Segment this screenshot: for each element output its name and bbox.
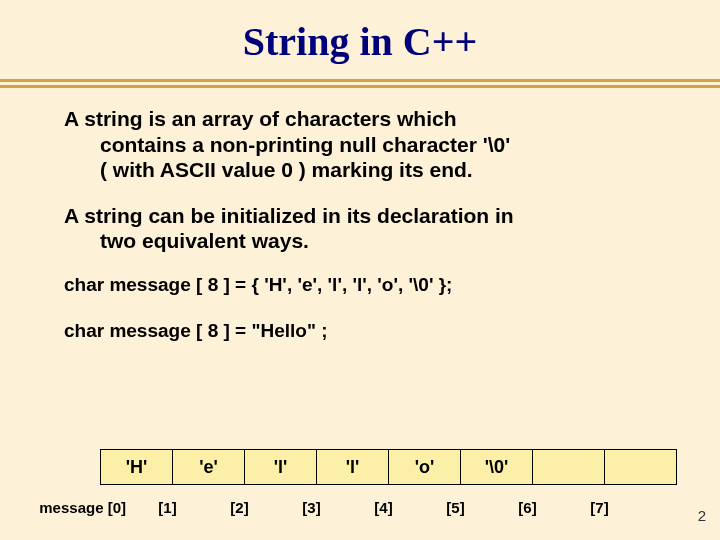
array-index-label: [6] [491, 499, 564, 516]
array-cell [532, 449, 605, 485]
array-name-label: message [0] [32, 499, 132, 516]
code-line-2: char message [ 8 ] = "Hello" ; [64, 320, 664, 342]
paragraph-1-line-3: ( with ASCII value 0 ) marking its end. [64, 157, 664, 183]
array-index-label: [3] [275, 499, 348, 516]
array-cell: 'H' [100, 449, 173, 485]
title-divider [0, 79, 720, 88]
array-cell: 'l' [244, 449, 317, 485]
array-index-label: [4] [347, 499, 420, 516]
paragraph-2-line-1: A string can be initialized in its decla… [64, 204, 514, 227]
paragraph-2: A string can be initialized in its decla… [64, 203, 664, 254]
page-number: 2 [698, 507, 706, 524]
array-cell: '\0' [460, 449, 533, 485]
paragraph-2-line-2: two equivalent ways. [64, 228, 664, 254]
slide-body: A string is an array of characters which… [0, 88, 720, 342]
array-index-label: [1] [131, 499, 204, 516]
array-index-row: message [0] [1] [2] [3] [4] [5] [6] [7] [32, 499, 692, 516]
paragraph-1-line-2: contains a non-printing null character '… [64, 132, 664, 158]
code-line-1: char message [ 8 ] = { 'H', 'e', 'l', 'l… [64, 274, 664, 296]
array-index-label: [7] [563, 499, 636, 516]
paragraph-1: A string is an array of characters which… [64, 106, 664, 183]
array-cell [604, 449, 677, 485]
array-diagram: 'H' 'e' 'l' 'l' 'o' '\0' message [0] [1]… [32, 449, 692, 516]
array-cells-row: 'H' 'e' 'l' 'l' 'o' '\0' [100, 449, 692, 485]
paragraph-1-line-1: A string is an array of characters which [64, 107, 457, 130]
array-cell: 'l' [316, 449, 389, 485]
array-cell: 'e' [172, 449, 245, 485]
array-cell: 'o' [388, 449, 461, 485]
array-index-label: [2] [203, 499, 276, 516]
slide-title: String in C++ [0, 0, 720, 65]
array-index-label: [5] [419, 499, 492, 516]
